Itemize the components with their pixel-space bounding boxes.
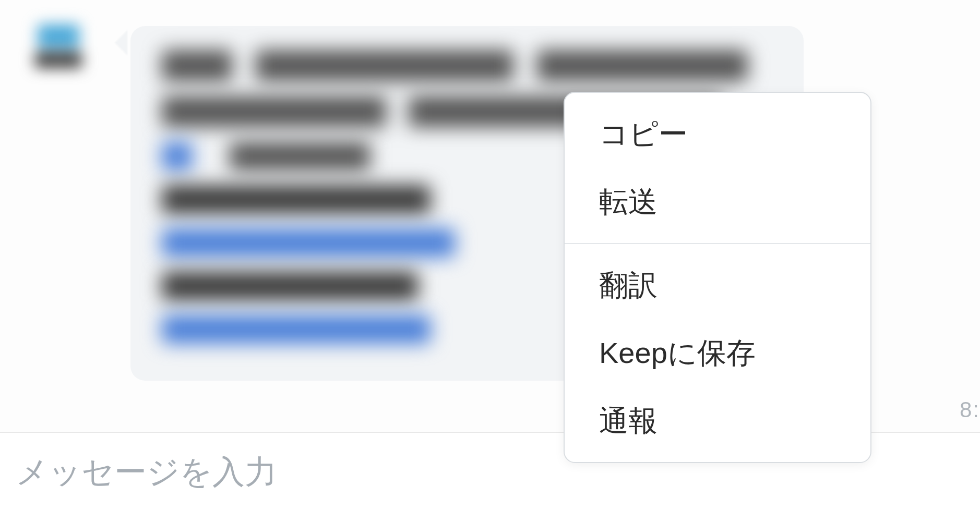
message-link-line[interactable] [162, 315, 431, 344]
context-menu: コピー 転送 翻訳 Keepに保存 通報 [564, 92, 871, 463]
menu-item-translate[interactable]: 翻訳 [565, 251, 870, 319]
message-link-line[interactable] [162, 228, 455, 257]
message-input-bar [0, 433, 980, 510]
avatar-image-icon [38, 25, 79, 48]
message-timestamp: 8: [960, 397, 980, 422]
context-menu-group: 翻訳 Keepに保存 通報 [565, 243, 870, 462]
menu-item-forward[interactable]: 転送 [565, 168, 870, 236]
context-menu-group: コピー 転送 [565, 93, 870, 243]
message-text-line [162, 272, 418, 300]
bubble-tail-icon [115, 30, 127, 55]
menu-item-keep[interactable]: Keepに保存 [565, 319, 870, 387]
chat-area: 8: コピー 転送 翻訳 Keepに保存 通報 [0, 0, 980, 433]
avatar[interactable] [27, 9, 90, 82]
avatar-name [35, 52, 82, 68]
message-input[interactable] [16, 453, 964, 490]
message-text-line [162, 142, 540, 171]
menu-item-copy[interactable]: コピー [565, 100, 870, 168]
message-text-line [162, 50, 748, 81]
message-text-line [162, 185, 431, 214]
